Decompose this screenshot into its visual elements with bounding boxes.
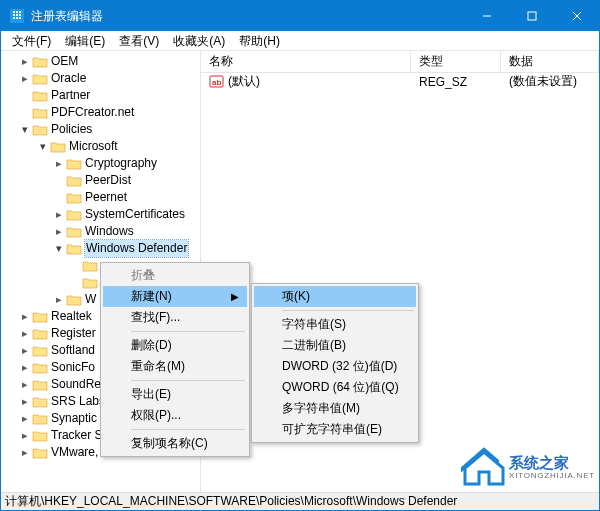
svg-rect-9 (19, 17, 21, 19)
svg-rect-7 (13, 17, 15, 19)
collapse-icon[interactable]: ▾ (37, 141, 49, 153)
folder-icon (32, 89, 48, 103)
submenu-arrow-icon: ▶ (231, 291, 239, 302)
tree-item-systemcertificates[interactable]: ▸SystemCertificates (1, 206, 200, 223)
svg-rect-4 (13, 14, 15, 16)
tree-item-pdfcreator[interactable]: PDFCreator.net (1, 104, 200, 121)
tree-item-peerdist[interactable]: PeerDist (1, 172, 200, 189)
menu-view[interactable]: 查看(V) (112, 31, 166, 51)
separator (131, 380, 245, 381)
minimize-button[interactable] (464, 1, 509, 31)
expand-icon[interactable]: ▸ (19, 56, 31, 68)
tree-item-oracle[interactable]: ▸Oracle (1, 70, 200, 87)
menu-favorites[interactable]: 收藏夹(A) (166, 31, 232, 51)
column-header-type[interactable]: 类型 (411, 51, 501, 72)
string-value-icon: ab (209, 74, 224, 89)
folder-icon (32, 310, 48, 324)
folder-icon (32, 361, 48, 375)
folder-icon (66, 293, 82, 307)
expand-icon[interactable]: ▸ (19, 311, 31, 323)
tree-item-windows-defender[interactable]: ▾Windows Defender (1, 240, 200, 257)
blank-icon (53, 192, 65, 204)
svg-rect-2 (16, 11, 18, 13)
folder-icon (66, 225, 82, 239)
tree-item-oem[interactable]: ▸OEM (1, 53, 200, 70)
ctx-find[interactable]: 查找(F)... (103, 307, 247, 328)
expand-icon[interactable]: ▸ (19, 413, 31, 425)
ctx-permissions[interactable]: 权限(P)... (103, 405, 247, 426)
blank-icon (69, 260, 81, 272)
separator (131, 429, 245, 430)
ctx-new-label: 新建(N) (131, 288, 172, 305)
ctx-rename[interactable]: 重命名(M) (103, 356, 247, 377)
folder-icon (50, 140, 66, 154)
folder-icon (66, 157, 82, 171)
context-menu-new: 项(K) 字符串值(S) 二进制值(B) DWORD (32 位)值(D) QW… (251, 283, 419, 443)
ctx-new[interactable]: 新建(N)▶ (103, 286, 247, 307)
tree-item-policies[interactable]: ▾Policies (1, 121, 200, 138)
expand-icon[interactable]: ▸ (53, 158, 65, 170)
window-title: 注册表编辑器 (31, 8, 464, 25)
tree-item-cryptography[interactable]: ▸Cryptography (1, 155, 200, 172)
value-name-text: (默认) (228, 73, 260, 90)
folder-icon (66, 242, 82, 256)
menu-edit[interactable]: 编辑(E) (58, 31, 112, 51)
expand-icon[interactable]: ▸ (53, 226, 65, 238)
column-headers: 名称 类型 数据 (201, 51, 599, 73)
svg-rect-5 (16, 14, 18, 16)
ctx-collapse[interactable]: 折叠 (103, 265, 247, 286)
menu-help[interactable]: 帮助(H) (232, 31, 287, 51)
ctx-new-expandstring[interactable]: 可扩充字符串值(E) (254, 419, 416, 440)
tree-item-microsoft[interactable]: ▾Microsoft (1, 138, 200, 155)
tree-item-windows[interactable]: ▸Windows (1, 223, 200, 240)
ctx-new-qword[interactable]: QWORD (64 位)值(Q) (254, 377, 416, 398)
blank-icon (19, 107, 31, 119)
close-button[interactable] (554, 1, 599, 31)
collapse-icon[interactable]: ▾ (19, 124, 31, 136)
expand-icon[interactable]: ▸ (19, 345, 31, 357)
statusbar: 计算机\HKEY_LOCAL_MACHINE\SOFTWARE\Policies… (1, 492, 599, 510)
folder-icon (82, 276, 98, 290)
expand-icon[interactable]: ▸ (19, 430, 31, 442)
context-menu-tree: 折叠 新建(N)▶ 查找(F)... 删除(D) 重命名(M) 导出(E) 权限… (100, 262, 250, 457)
ctx-new-key[interactable]: 项(K) (254, 286, 416, 307)
ctx-new-dword[interactable]: DWORD (32 位)值(D) (254, 356, 416, 377)
ctx-new-string[interactable]: 字符串值(S) (254, 314, 416, 335)
expand-icon[interactable]: ▸ (19, 396, 31, 408)
ctx-copy-key-name[interactable]: 复制项名称(C) (103, 433, 247, 454)
folder-icon (32, 123, 48, 137)
svg-rect-1 (13, 11, 15, 13)
expand-icon[interactable]: ▸ (19, 328, 31, 340)
ctx-export[interactable]: 导出(E) (103, 384, 247, 405)
svg-rect-11 (528, 12, 536, 20)
column-header-name[interactable]: 名称 (201, 51, 411, 72)
tree-item-partner[interactable]: Partner (1, 87, 200, 104)
maximize-button[interactable] (509, 1, 554, 31)
value-row-default[interactable]: ab (默认) REG_SZ (数值未设置) (201, 73, 599, 90)
window-buttons (464, 1, 599, 31)
expand-icon[interactable]: ▸ (19, 379, 31, 391)
value-name: ab (默认) (201, 73, 411, 90)
blank-icon (69, 277, 81, 289)
expand-icon[interactable]: ▸ (19, 362, 31, 374)
ctx-new-multistring[interactable]: 多字符串值(M) (254, 398, 416, 419)
ctx-new-binary[interactable]: 二进制值(B) (254, 335, 416, 356)
folder-icon (66, 208, 82, 222)
statusbar-path: 计算机\HKEY_LOCAL_MACHINE\SOFTWARE\Policies… (5, 493, 457, 510)
folder-icon (32, 327, 48, 341)
svg-rect-8 (16, 17, 18, 19)
expand-icon[interactable]: ▸ (53, 209, 65, 221)
expand-icon[interactable]: ▸ (19, 73, 31, 85)
ctx-delete[interactable]: 删除(D) (103, 335, 247, 356)
expand-icon[interactable]: ▸ (53, 294, 65, 306)
folder-icon (32, 429, 48, 443)
collapse-icon[interactable]: ▾ (53, 243, 65, 255)
blank-icon (53, 175, 65, 187)
tree-item-peernet[interactable]: Peernet (1, 189, 200, 206)
svg-rect-3 (19, 11, 21, 13)
folder-icon (32, 106, 48, 120)
column-header-data[interactable]: 数据 (501, 51, 599, 72)
regedit-icon (9, 8, 25, 24)
menu-file[interactable]: 文件(F) (5, 31, 58, 51)
expand-icon[interactable]: ▸ (19, 447, 31, 459)
